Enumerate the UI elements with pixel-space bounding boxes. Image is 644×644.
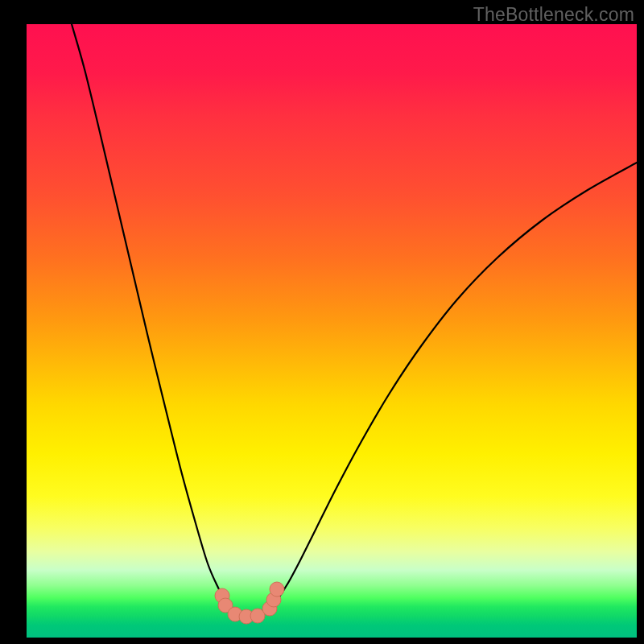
- watermark-text: TheBottleneck.com: [473, 4, 634, 26]
- data-marker: [270, 582, 284, 597]
- marker-layer: [27, 24, 637, 638]
- chart-plot-area: [27, 24, 637, 638]
